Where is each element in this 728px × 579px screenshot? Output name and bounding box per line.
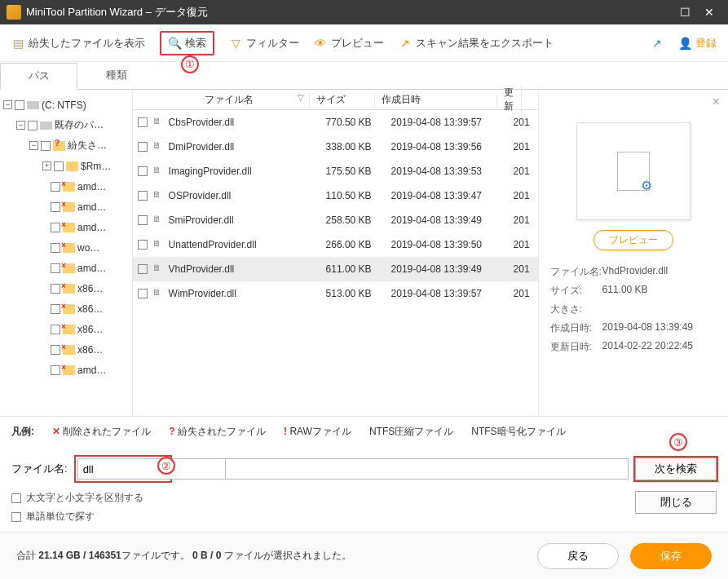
- cell-size: 175.50 KB: [326, 166, 391, 177]
- tree-existing[interactable]: − 既存のパ…: [3, 115, 129, 135]
- val-updated: 2014-02-22 20:22:45: [602, 340, 693, 354]
- tree-item-label: amd…: [77, 222, 106, 233]
- drive-icon: [27, 101, 39, 109]
- table-row[interactable]: 🗎WimProvider.dll513.00 KB2019-04-08 13:3…: [133, 281, 538, 306]
- tree-item[interactable]: amd…: [3, 176, 129, 197]
- col-size[interactable]: サイズ: [310, 93, 375, 107]
- row-checkbox[interactable]: [138, 191, 148, 201]
- tree-rm[interactable]: + $Rm…: [3, 156, 129, 176]
- export-button[interactable]: ↗ スキャン結果をエクスポート: [399, 36, 554, 51]
- tree-checkbox[interactable]: [51, 202, 60, 212]
- annotation-1: ①: [181, 55, 199, 73]
- table-row[interactable]: 🗎SmiProvider.dll258.50 KB2019-04-08 13:3…: [133, 208, 538, 232]
- table-row[interactable]: 🗎ImagingProvider.dll175.50 KB2019-04-08 …: [133, 159, 538, 183]
- deleted-folder-icon: [63, 243, 75, 253]
- expand-icon[interactable]: −: [16, 121, 25, 130]
- tree-item[interactable]: x86…: [3, 298, 129, 319]
- find-next-button[interactable]: 次を検索: [635, 457, 717, 480]
- word-checkbox[interactable]: [11, 512, 21, 522]
- tree-item-label: x86…: [77, 324, 103, 335]
- tree-checkbox[interactable]: [51, 243, 60, 253]
- tree-lost-label: 紛失さ…: [68, 139, 107, 152]
- col-updated[interactable]: 更新: [497, 86, 522, 113]
- row-checkbox[interactable]: [138, 215, 148, 225]
- row-checkbox[interactable]: [138, 289, 148, 298]
- expand-icon[interactable]: −: [29, 141, 38, 150]
- file-dll-icon: 🗎: [152, 263, 165, 276]
- preview-open-button[interactable]: プレビュー: [593, 230, 673, 250]
- tab-path[interactable]: パス: [0, 63, 77, 90]
- footer-summary: 合計 21.14 GB / 146351ファイルです。 0 B / 0 ファイル…: [16, 549, 351, 563]
- deleted-folder-icon: [63, 202, 75, 212]
- tree-lost[interactable]: − 紛失さ…: [3, 135, 129, 156]
- tree-checkbox[interactable]: [51, 263, 60, 273]
- row-checkbox[interactable]: [138, 142, 148, 152]
- expand-icon[interactable]: +: [42, 161, 51, 170]
- tree-item[interactable]: x86…: [3, 319, 129, 339]
- row-checkbox[interactable]: [138, 166, 148, 176]
- tree-checkbox[interactable]: [15, 100, 24, 110]
- deleted-folder-icon: [63, 365, 75, 375]
- row-checkbox[interactable]: [138, 117, 148, 127]
- tree-item[interactable]: amd…: [3, 197, 129, 217]
- tree-item[interactable]: wo…: [3, 237, 129, 258]
- filter-button[interactable]: ▽ フィルター: [229, 36, 299, 51]
- file-dll-icon: 🗎: [152, 214, 165, 227]
- tree-item-label: amd…: [77, 181, 106, 192]
- expand-icon[interactable]: −: [3, 100, 12, 109]
- app-title: MiniTool Partition Wizard – データ復元: [26, 5, 208, 20]
- tree-item[interactable]: amd…: [3, 360, 129, 380]
- register-button[interactable]: 👤 登録: [678, 36, 717, 51]
- toolbar: ▤ 紛失したファイルを表示 🔍 検索 ① ▽ フィルター 👁 プレビュー ↗ ス…: [0, 24, 728, 62]
- table-row[interactable]: 🗎OSProvider.dll110.50 KB2019-04-08 13:39…: [133, 183, 538, 208]
- search-input-ext[interactable]: [179, 458, 629, 480]
- cell-created: 2019-04-08 13:39:57: [391, 288, 514, 299]
- tree-item[interactable]: amd…: [3, 217, 129, 237]
- tree-panel: − (C: NTFS) − 既存のパ… − 紛失さ… + $Rm… amd…am…: [0, 90, 133, 416]
- tab-type[interactable]: 種類: [77, 62, 155, 89]
- back-button[interactable]: 戻る: [537, 543, 619, 569]
- table-row[interactable]: 🗎DmiProvider.dll338.00 KB2019-04-08 13:3…: [133, 135, 538, 159]
- close-button[interactable]: ✕: [697, 6, 721, 19]
- col-created[interactable]: 作成日時: [375, 93, 497, 107]
- tree-item[interactable]: amd…: [3, 258, 129, 278]
- search-input[interactable]: [77, 458, 226, 480]
- tree-checkbox[interactable]: [51, 284, 60, 294]
- table-row[interactable]: 🗎UnattendProvider.dll266.00 KB2019-04-08…: [133, 232, 538, 257]
- preview-button[interactable]: 👁 プレビュー: [314, 36, 384, 51]
- tree-checkbox[interactable]: [51, 223, 60, 232]
- tree-checkbox[interactable]: [51, 345, 60, 355]
- export-icon: ↗: [399, 37, 412, 50]
- preview-close-icon[interactable]: ×: [713, 95, 720, 109]
- cell-name: OSProvider.dll: [169, 190, 326, 201]
- preview-panel: × プレビュー ファイル名:VhdProvider.dll サイズ:611.00…: [538, 90, 728, 416]
- table-row[interactable]: 🗎CbsProvider.dll770.50 KB2019-04-08 13:3…: [133, 110, 538, 135]
- tree-item[interactable]: x86…: [3, 339, 129, 360]
- tree-checkbox[interactable]: [28, 121, 38, 130]
- cell-updated: 201: [514, 141, 538, 152]
- table-row[interactable]: 🗎VhdProvider.dll611.00 KB2019-04-08 13:3…: [133, 257, 538, 281]
- tree-checkbox[interactable]: [51, 182, 60, 192]
- tree-checkbox[interactable]: [51, 365, 60, 375]
- search-close-button[interactable]: 閉じる: [635, 491, 717, 514]
- tree-item[interactable]: x86…: [3, 278, 129, 298]
- tree-checkbox[interactable]: [41, 141, 51, 151]
- cell-size: 611.00 KB: [326, 263, 391, 275]
- tree-checkbox[interactable]: [51, 304, 60, 314]
- maximize-button[interactable]: ☐: [673, 6, 697, 19]
- case-checkbox[interactable]: [11, 493, 21, 503]
- tree-drive[interactable]: − (C: NTFS): [3, 95, 129, 115]
- col-name[interactable]: ファイル名▽: [152, 93, 310, 107]
- share-icon[interactable]: ↗: [651, 37, 664, 50]
- search-label: 検索: [185, 36, 206, 51]
- tree-checkbox[interactable]: [54, 161, 64, 171]
- deleted-folder-icon: [63, 263, 75, 273]
- show-lost-files-button[interactable]: ▤ 紛失したファイルを表示: [11, 36, 145, 51]
- row-checkbox[interactable]: [138, 264, 148, 274]
- search-button[interactable]: 🔍 検索 ①: [160, 31, 214, 55]
- save-button[interactable]: 保存: [630, 543, 712, 569]
- cell-created: 2019-04-08 13:39:57: [391, 117, 514, 128]
- lbl-name: ファイル名:: [550, 265, 602, 279]
- tree-checkbox[interactable]: [51, 325, 60, 334]
- row-checkbox[interactable]: [138, 240, 148, 250]
